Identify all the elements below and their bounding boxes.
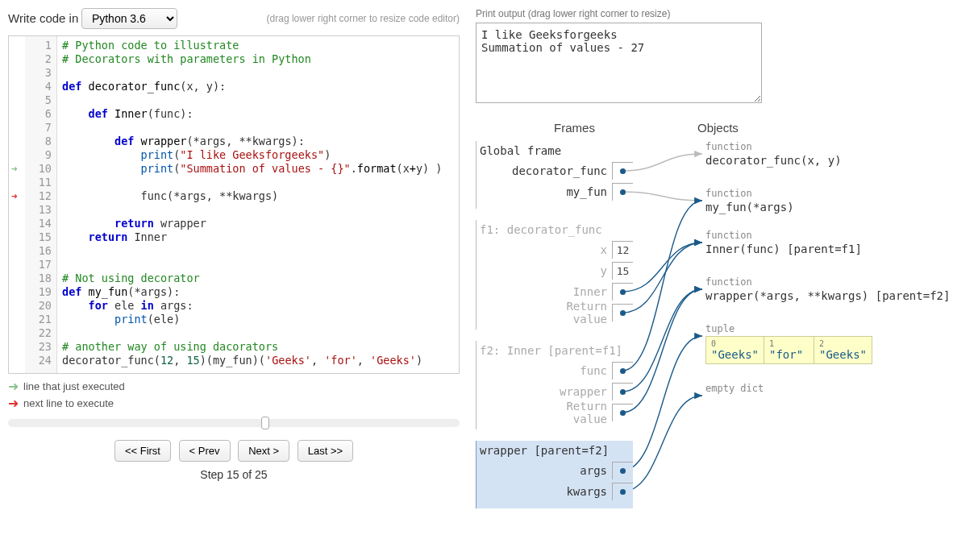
frame-var: func: [480, 360, 633, 381]
frame-var: decorator_func: [480, 160, 633, 181]
slider-thumb[interactable]: [261, 417, 269, 429]
frame: f2: Inner [parent=f1]funcwrapperReturn v…: [476, 341, 633, 429]
next-arrow-icon: ➜: [8, 396, 19, 411]
prev-button[interactable]: < Prev: [179, 440, 231, 462]
frame-var: kwargs: [480, 481, 633, 502]
frame-var: Return value: [480, 402, 633, 423]
heap-object: functionwrapper(*args, **kwargs) [parent…: [705, 276, 950, 302]
frame-var: args: [480, 460, 633, 481]
heap-object: tuple0"Geeks"1"for"2"Geeks": [705, 323, 872, 364]
legend-executed: ➜ line that just executed: [8, 379, 460, 394]
last-button[interactable]: Last >>: [298, 440, 353, 462]
first-button[interactable]: << First: [114, 440, 171, 462]
code-editor[interactable]: ➜➜ 1234567891011121314151617181920212223…: [8, 35, 460, 374]
objects-header: Objects: [673, 121, 945, 135]
heap-object: functiondecorator_func(x, y): [705, 141, 842, 167]
frame-var: x12: [480, 239, 633, 260]
output-box[interactable]: I like Geeksforgeeks Summation of values…: [476, 23, 762, 103]
heap-object: functionmy_fun(*args): [705, 188, 794, 214]
executed-arrow-icon: ➜: [8, 379, 19, 394]
next-button[interactable]: Next >: [238, 440, 289, 462]
editor-resize-hint: (drag lower right corner to resize code …: [267, 13, 460, 24]
frame: Global framedecorator_funcmy_fun: [476, 141, 633, 209]
step-counter: Step 15 of 25: [8, 468, 460, 481]
frame: wrapper [parent=f2]argskwargs: [476, 441, 633, 508]
heap-object: empty dict: [705, 383, 764, 396]
frames-header: Frames: [476, 121, 673, 135]
frame-var: Return value: [480, 302, 633, 323]
legend-next: ➜ next line to execute: [8, 396, 460, 411]
frame-var: my_fun: [480, 181, 633, 202]
write-code-label: Write code in: [8, 11, 78, 25]
frame-var: y15: [480, 260, 633, 281]
frame: f1: decorator_funcx12y15InnerReturn valu…: [476, 220, 633, 330]
language-select[interactable]: Python 3.6: [81, 8, 177, 29]
heap-object: functionInner(func) [parent=f1]: [705, 230, 862, 255]
step-slider[interactable]: [8, 419, 460, 427]
output-label: Print output (drag lower right corner to…: [476, 8, 945, 19]
